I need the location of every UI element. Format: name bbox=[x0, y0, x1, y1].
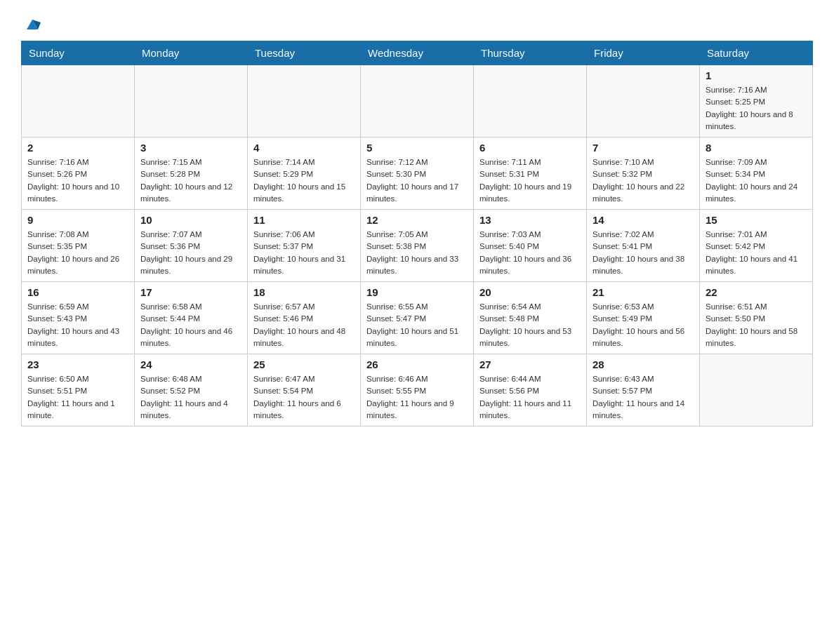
calendar-week-5: 23Sunrise: 6:50 AMSunset: 5:51 PMDayligh… bbox=[22, 354, 813, 427]
calendar-cell: 24Sunrise: 6:48 AMSunset: 5:52 PMDayligh… bbox=[135, 354, 248, 427]
day-info: Sunrise: 6:59 AMSunset: 5:43 PMDaylight:… bbox=[27, 301, 128, 349]
day-number: 3 bbox=[140, 142, 241, 154]
day-number: 7 bbox=[593, 142, 694, 154]
day-info: Sunrise: 7:12 AMSunset: 5:30 PMDaylight:… bbox=[366, 156, 468, 205]
col-header-thursday: Thursday bbox=[474, 41, 587, 65]
calendar-week-3: 9Sunrise: 7:08 AMSunset: 5:35 PMDaylight… bbox=[22, 210, 813, 282]
day-info: Sunrise: 6:53 AMSunset: 5:49 PMDaylight:… bbox=[593, 301, 694, 349]
calendar-cell: 16Sunrise: 6:59 AMSunset: 5:43 PMDayligh… bbox=[22, 282, 135, 354]
col-header-saturday: Saturday bbox=[700, 41, 813, 65]
day-number: 26 bbox=[366, 358, 468, 370]
day-info: Sunrise: 7:06 AMSunset: 5:37 PMDaylight:… bbox=[253, 229, 355, 277]
day-info: Sunrise: 7:01 AMSunset: 5:42 PMDaylight:… bbox=[706, 229, 807, 277]
day-info: Sunrise: 6:44 AMSunset: 5:56 PMDaylight:… bbox=[479, 373, 581, 422]
day-info: Sunrise: 7:05 AMSunset: 5:38 PMDaylight:… bbox=[366, 229, 468, 277]
calendar-cell bbox=[22, 65, 135, 137]
day-number: 21 bbox=[593, 286, 694, 298]
day-info: Sunrise: 7:16 AMSunset: 5:26 PMDaylight:… bbox=[27, 156, 128, 205]
logo-icon bbox=[22, 14, 42, 34]
day-number: 18 bbox=[253, 286, 355, 298]
day-number: 2 bbox=[27, 142, 128, 154]
calendar-cell: 7Sunrise: 7:10 AMSunset: 5:32 PMDaylight… bbox=[587, 137, 700, 210]
calendar-cell: 20Sunrise: 6:54 AMSunset: 5:48 PMDayligh… bbox=[474, 282, 587, 354]
day-number: 11 bbox=[253, 214, 355, 226]
day-number: 8 bbox=[706, 142, 807, 154]
calendar-cell: 2Sunrise: 7:16 AMSunset: 5:26 PMDaylight… bbox=[22, 137, 135, 210]
day-number: 1 bbox=[706, 69, 807, 81]
day-number: 14 bbox=[593, 214, 694, 226]
calendar-table: SundayMondayTuesdayWednesdayThursdayFrid… bbox=[21, 41, 813, 427]
day-number: 23 bbox=[27, 358, 128, 370]
calendar-cell: 22Sunrise: 6:51 AMSunset: 5:50 PMDayligh… bbox=[700, 282, 813, 354]
day-info: Sunrise: 7:08 AMSunset: 5:35 PMDaylight:… bbox=[27, 229, 128, 277]
calendar-cell: 26Sunrise: 6:46 AMSunset: 5:55 PMDayligh… bbox=[361, 354, 474, 427]
day-info: Sunrise: 7:16 AMSunset: 5:25 PMDaylight:… bbox=[706, 84, 807, 133]
col-header-sunday: Sunday bbox=[22, 41, 135, 65]
day-number: 4 bbox=[253, 142, 355, 154]
day-info: Sunrise: 7:02 AMSunset: 5:41 PMDaylight:… bbox=[593, 229, 694, 277]
day-info: Sunrise: 6:46 AMSunset: 5:55 PMDaylight:… bbox=[366, 373, 468, 422]
calendar-week-1: 1Sunrise: 7:16 AMSunset: 5:25 PMDaylight… bbox=[22, 65, 813, 137]
calendar-cell: 23Sunrise: 6:50 AMSunset: 5:51 PMDayligh… bbox=[22, 354, 135, 427]
calendar-cell bbox=[135, 65, 248, 137]
day-info: Sunrise: 7:03 AMSunset: 5:40 PMDaylight:… bbox=[479, 229, 581, 277]
calendar-cell: 25Sunrise: 6:47 AMSunset: 5:54 PMDayligh… bbox=[248, 354, 361, 427]
day-info: Sunrise: 6:55 AMSunset: 5:47 PMDaylight:… bbox=[366, 301, 468, 349]
calendar-cell: 19Sunrise: 6:55 AMSunset: 5:47 PMDayligh… bbox=[361, 282, 474, 354]
day-number: 10 bbox=[140, 214, 241, 226]
calendar-week-2: 2Sunrise: 7:16 AMSunset: 5:26 PMDaylight… bbox=[22, 137, 813, 210]
day-number: 25 bbox=[253, 358, 355, 370]
calendar-cell: 1Sunrise: 7:16 AMSunset: 5:25 PMDaylight… bbox=[700, 65, 813, 137]
day-info: Sunrise: 7:11 AMSunset: 5:31 PMDaylight:… bbox=[479, 156, 581, 205]
col-header-tuesday: Tuesday bbox=[248, 41, 361, 65]
calendar-cell: 12Sunrise: 7:05 AMSunset: 5:38 PMDayligh… bbox=[361, 210, 474, 282]
day-number: 6 bbox=[479, 142, 581, 154]
day-info: Sunrise: 7:09 AMSunset: 5:34 PMDaylight:… bbox=[706, 156, 807, 205]
calendar-cell: 10Sunrise: 7:07 AMSunset: 5:36 PMDayligh… bbox=[135, 210, 248, 282]
day-number: 27 bbox=[479, 358, 581, 370]
col-header-monday: Monday bbox=[135, 41, 248, 65]
calendar-cell: 13Sunrise: 7:03 AMSunset: 5:40 PMDayligh… bbox=[474, 210, 587, 282]
calendar-cell: 18Sunrise: 6:57 AMSunset: 5:46 PMDayligh… bbox=[248, 282, 361, 354]
day-number: 12 bbox=[366, 214, 468, 226]
calendar-cell bbox=[248, 65, 361, 137]
calendar-cell bbox=[474, 65, 587, 137]
logo bbox=[21, 14, 42, 34]
day-number: 20 bbox=[479, 286, 581, 298]
day-info: Sunrise: 7:10 AMSunset: 5:32 PMDaylight:… bbox=[593, 156, 694, 205]
calendar-cell: 17Sunrise: 6:58 AMSunset: 5:44 PMDayligh… bbox=[135, 282, 248, 354]
calendar-cell: 5Sunrise: 7:12 AMSunset: 5:30 PMDaylight… bbox=[361, 137, 474, 210]
day-number: 15 bbox=[706, 214, 807, 226]
day-info: Sunrise: 6:47 AMSunset: 5:54 PMDaylight:… bbox=[253, 373, 355, 422]
calendar-cell: 21Sunrise: 6:53 AMSunset: 5:49 PMDayligh… bbox=[587, 282, 700, 354]
day-number: 24 bbox=[140, 358, 241, 370]
calendar-cell: 27Sunrise: 6:44 AMSunset: 5:56 PMDayligh… bbox=[474, 354, 587, 427]
calendar-cell: 3Sunrise: 7:15 AMSunset: 5:28 PMDaylight… bbox=[135, 137, 248, 210]
day-number: 17 bbox=[140, 286, 241, 298]
day-info: Sunrise: 7:14 AMSunset: 5:29 PMDaylight:… bbox=[253, 156, 355, 205]
calendar-cell: 9Sunrise: 7:08 AMSunset: 5:35 PMDaylight… bbox=[22, 210, 135, 282]
day-info: Sunrise: 6:58 AMSunset: 5:44 PMDaylight:… bbox=[140, 301, 241, 349]
calendar-cell: 11Sunrise: 7:06 AMSunset: 5:37 PMDayligh… bbox=[248, 210, 361, 282]
day-info: Sunrise: 7:15 AMSunset: 5:28 PMDaylight:… bbox=[140, 156, 241, 205]
day-number: 19 bbox=[366, 286, 468, 298]
calendar-cell: 8Sunrise: 7:09 AMSunset: 5:34 PMDaylight… bbox=[700, 137, 813, 210]
day-number: 28 bbox=[593, 358, 694, 370]
day-number: 16 bbox=[27, 286, 128, 298]
day-info: Sunrise: 6:54 AMSunset: 5:48 PMDaylight:… bbox=[479, 301, 581, 349]
day-number: 22 bbox=[706, 286, 807, 298]
day-number: 13 bbox=[479, 214, 581, 226]
calendar-week-4: 16Sunrise: 6:59 AMSunset: 5:43 PMDayligh… bbox=[22, 282, 813, 354]
day-number: 9 bbox=[27, 214, 128, 226]
day-info: Sunrise: 6:48 AMSunset: 5:52 PMDaylight:… bbox=[140, 373, 241, 422]
page-header bbox=[21, 14, 813, 34]
day-info: Sunrise: 6:51 AMSunset: 5:50 PMDaylight:… bbox=[706, 301, 807, 349]
day-info: Sunrise: 7:07 AMSunset: 5:36 PMDaylight:… bbox=[140, 229, 241, 277]
calendar-cell: 14Sunrise: 7:02 AMSunset: 5:41 PMDayligh… bbox=[587, 210, 700, 282]
calendar-cell: 15Sunrise: 7:01 AMSunset: 5:42 PMDayligh… bbox=[700, 210, 813, 282]
calendar-cell bbox=[361, 65, 474, 137]
day-info: Sunrise: 6:43 AMSunset: 5:57 PMDaylight:… bbox=[593, 373, 694, 422]
day-info: Sunrise: 6:50 AMSunset: 5:51 PMDaylight:… bbox=[27, 373, 128, 422]
calendar-cell: 4Sunrise: 7:14 AMSunset: 5:29 PMDaylight… bbox=[248, 137, 361, 210]
day-number: 5 bbox=[366, 142, 468, 154]
